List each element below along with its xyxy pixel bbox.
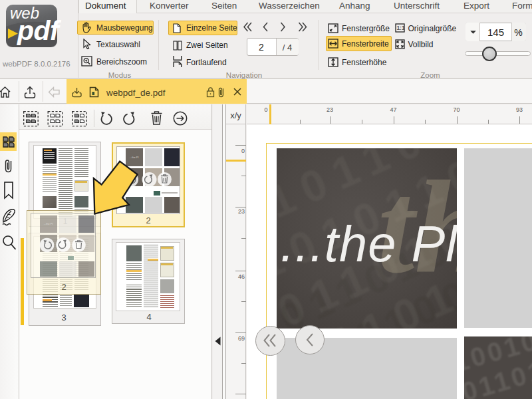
- svg-text:1:1: 1:1: [396, 25, 405, 31]
- svg-text:pdf: pdf: [17, 15, 62, 46]
